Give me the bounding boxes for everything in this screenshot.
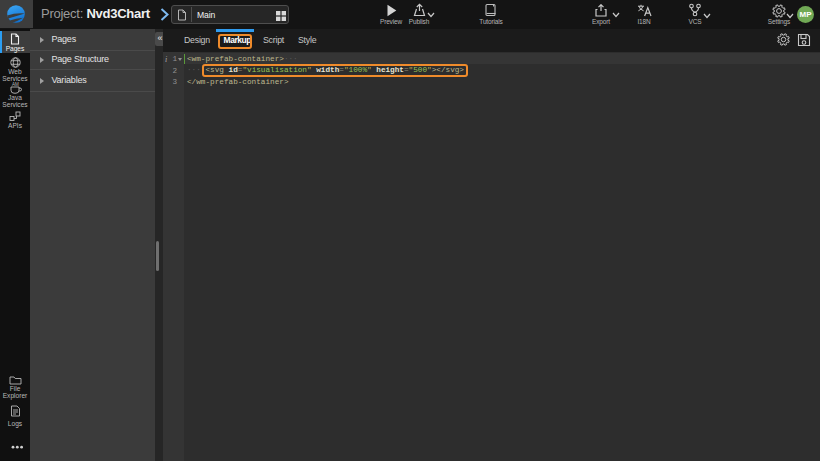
svg-text:AM: AM — [12, 82, 19, 87]
